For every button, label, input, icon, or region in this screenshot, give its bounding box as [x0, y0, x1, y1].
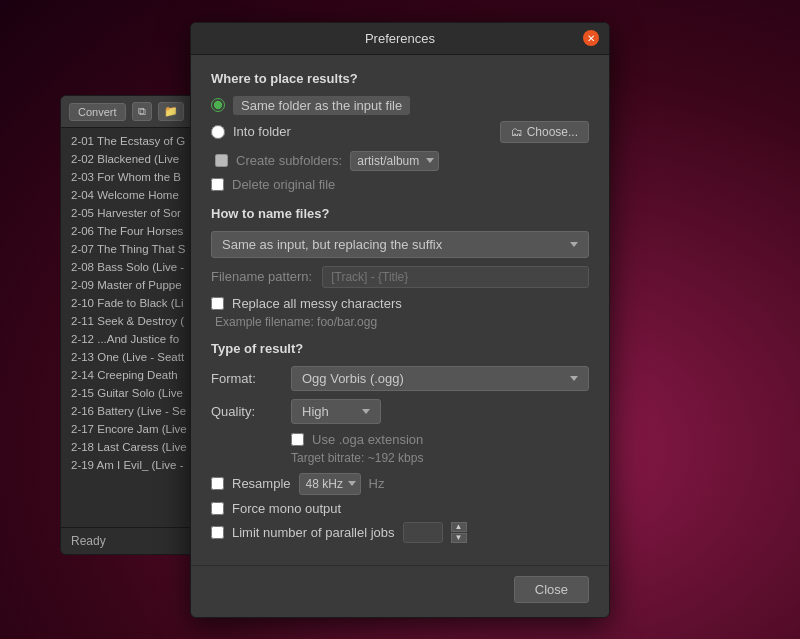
example-filename-text: Example filename: foo/bar.ogg [211, 315, 589, 329]
parallel-jobs-input[interactable]: 1 [403, 522, 443, 543]
pattern-row: Filename pattern: [211, 266, 589, 288]
dialog-body: Where to place results? Same folder as t… [191, 55, 609, 565]
into-folder-radio[interactable] [211, 125, 225, 139]
pattern-label: Filename pattern: [211, 269, 312, 284]
limit-jobs-label: Limit number of parallel jobs [232, 525, 395, 540]
subfolders-row: Create subfolders: artist/album [211, 151, 589, 171]
choose-folder-button[interactable]: 🗂 Choose... [500, 121, 589, 143]
type-section-heading: Type of result? [211, 341, 589, 356]
resample-row: Resample 48 kHz Hz [211, 473, 589, 495]
oga-row: Use .oga extension [211, 432, 589, 447]
dialog-overlay: Preferences ✕ Where to place results? Sa… [0, 0, 800, 639]
delete-original-checkbox[interactable] [211, 178, 224, 191]
dialog-footer: Close [191, 565, 609, 617]
jobs-increment-button[interactable]: ▲ [451, 522, 467, 532]
quality-dropdown[interactable]: High [291, 399, 381, 424]
delete-original-label: Delete original file [232, 177, 335, 192]
limit-jobs-checkbox[interactable] [211, 526, 224, 539]
jobs-decrement-button[interactable]: ▼ [451, 533, 467, 543]
pattern-input[interactable] [322, 266, 589, 288]
limit-jobs-row: Limit number of parallel jobs 1 ▲ ▼ [211, 522, 589, 543]
resample-label: Resample [232, 476, 291, 491]
messy-chars-checkbox[interactable] [211, 297, 224, 310]
quality-label: Quality: [211, 404, 281, 419]
format-dropdown[interactable]: Ogg Vorbis (.ogg) [291, 366, 589, 391]
into-folder-label: Into folder [233, 124, 291, 139]
oga-extension-checkbox[interactable] [291, 433, 304, 446]
format-row: Format: Ogg Vorbis (.ogg) [211, 366, 589, 391]
footer-close-button[interactable]: Close [514, 576, 589, 603]
messy-chars-label: Replace all messy characters [232, 296, 402, 311]
where-section-heading: Where to place results? [211, 71, 589, 86]
force-mono-row: Force mono output [211, 501, 589, 516]
same-folder-radio[interactable] [211, 98, 225, 112]
jobs-stepper: ▲ ▼ [451, 522, 467, 543]
format-label: Format: [211, 371, 281, 386]
subfolders-checkbox[interactable] [215, 154, 228, 167]
force-mono-checkbox[interactable] [211, 502, 224, 515]
into-folder-row: Into folder 🗂 Choose... [211, 121, 589, 143]
resample-hz-dropdown[interactable]: 48 kHz [299, 473, 361, 495]
resample-checkbox[interactable] [211, 477, 224, 490]
quality-row: Quality: High [211, 399, 589, 424]
subfolders-label: Create subfolders: [236, 153, 342, 168]
naming-section-heading: How to name files? [211, 206, 589, 221]
dialog-titlebar: Preferences ✕ [191, 23, 609, 55]
messy-row: Replace all messy characters [211, 296, 589, 311]
oga-extension-label: Use .oga extension [312, 432, 423, 447]
naming-dropdown[interactable]: Same as input, but replacing the suffix [211, 231, 589, 258]
same-folder-label: Same folder as the input file [233, 96, 410, 115]
dialog-title: Preferences [365, 31, 435, 46]
same-folder-row: Same folder as the input file [211, 96, 589, 115]
dialog-close-button[interactable]: ✕ [583, 30, 599, 46]
delete-row: Delete original file [211, 177, 589, 192]
subfolder-pattern-dropdown[interactable]: artist/album [350, 151, 439, 171]
hz-unit-label: Hz [369, 476, 385, 491]
bitrate-text: Target bitrate: ~192 kbps [211, 451, 589, 465]
preferences-dialog: Preferences ✕ Where to place results? Sa… [190, 22, 610, 618]
force-mono-label: Force mono output [232, 501, 341, 516]
